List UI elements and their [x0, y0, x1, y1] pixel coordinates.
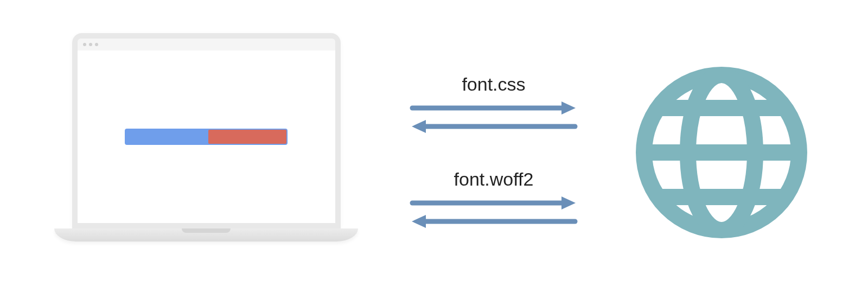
progress-bar	[125, 129, 288, 145]
window-dot-icon	[83, 43, 86, 46]
request-group-css: font.css	[410, 74, 578, 136]
laptop-icon	[54, 33, 358, 272]
svg-marker-1	[561, 101, 576, 115]
diagram-container: font.css font.woff2	[0, 0, 868, 305]
laptop-screen	[72, 33, 341, 228]
browser-viewport	[78, 50, 335, 223]
request-label: font.woff2	[454, 169, 534, 190]
request-group-woff2: font.woff2	[410, 169, 578, 231]
arrow-right-icon	[410, 98, 578, 136]
window-dot-icon	[95, 43, 98, 46]
svg-marker-5	[561, 196, 576, 209]
window-dot-icon	[89, 43, 92, 46]
request-label: font.css	[462, 74, 525, 95]
browser-chrome	[78, 39, 335, 50]
svg-marker-7	[412, 215, 426, 228]
globe-icon	[629, 60, 814, 245]
arrow-right-icon	[410, 193, 578, 231]
laptop-base	[54, 228, 358, 242]
progress-bar-fill	[208, 130, 286, 144]
request-arrows: font.css font.woff2	[410, 74, 578, 231]
svg-marker-3	[412, 120, 426, 133]
